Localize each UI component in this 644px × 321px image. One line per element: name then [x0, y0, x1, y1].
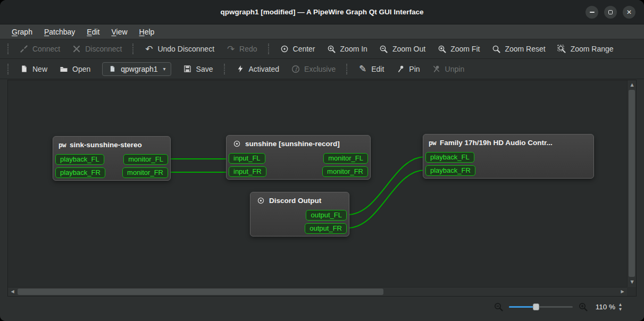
node-title: Family 17h/19h HD Audio Contr...: [440, 139, 553, 147]
pin-button[interactable]: Pin: [390, 62, 425, 76]
new-file-icon: [19, 64, 29, 74]
maximize-button[interactable]: [604, 6, 617, 19]
node-title: Discord Output: [269, 197, 321, 205]
save-label: Save: [196, 65, 213, 73]
spin-down-arrow[interactable]: ▼: [619, 308, 622, 311]
menu-graph[interactable]: Graph: [6, 26, 38, 38]
minimize-icon: [590, 12, 595, 13]
node-title-bar: Discord Output: [250, 192, 349, 208]
node-sunshine-record[interactable]: sunshine [sunshine-record] input_FL moni…: [226, 135, 371, 180]
node-discord-output[interactable]: Discord Output output_FL output_FR: [250, 192, 349, 236]
zoom-out-button[interactable]: Zoom Out: [374, 42, 431, 56]
open-button[interactable]: Open: [54, 62, 96, 76]
port-pill[interactable]: input_FL: [229, 153, 265, 164]
new-button[interactable]: New: [14, 62, 53, 76]
zoom-spinbox[interactable]: 110 % ▲ ▼: [593, 301, 624, 312]
port-pill[interactable]: output_FR: [305, 223, 347, 234]
disconnect-icon: [72, 44, 81, 54]
spinbox-arrows: ▲ ▼: [619, 303, 622, 311]
open-label: Open: [72, 65, 90, 73]
connect-button[interactable]: Connect: [14, 42, 65, 56]
node-sink-sunshine-stereo[interactable]: pw sink-sunshine-stereo playback_FL moni…: [53, 136, 171, 181]
window-controls: ✕: [586, 6, 635, 19]
port-pill[interactable]: monitor_FR: [322, 166, 368, 177]
port-pill[interactable]: playback_FL: [55, 154, 104, 165]
toolbar-drag-handle[interactable]: [7, 64, 9, 74]
exclusive-toggle-button[interactable]: f Exclusive: [286, 62, 341, 76]
horizontal-scrollbar-thumb[interactable]: [18, 289, 383, 295]
zoom-range-icon: [557, 44, 567, 54]
node-title: sunshine [sunshine-record]: [245, 140, 340, 148]
zoom-fit-button[interactable]: Zoom Fit: [432, 42, 485, 56]
port-pill[interactable]: playback_FR: [55, 167, 105, 178]
port-list: output_FL output_FR: [250, 208, 349, 234]
center-button[interactable]: Center: [274, 42, 321, 56]
scroll-up-arrow[interactable]: ▲: [628, 81, 637, 89]
menu-edit[interactable]: Edit: [81, 26, 105, 38]
redo-icon: ↷: [226, 44, 236, 54]
port-pill[interactable]: output_FL: [306, 210, 347, 221]
menu-view[interactable]: View: [106, 26, 132, 38]
menu-patchbay[interactable]: Patchbay: [39, 26, 80, 38]
save-button[interactable]: Save: [178, 62, 219, 76]
node-title-bar: pw Family 17h/19h HD Audio Contr...: [423, 134, 593, 150]
scroll-right-arrow[interactable]: ▶: [618, 288, 627, 296]
close-button[interactable]: ✕: [623, 6, 635, 19]
zoom-reset-label: Zoom Reset: [505, 45, 545, 53]
exclusive-label: Exclusive: [304, 65, 336, 73]
zoom-in-label: Zoom In: [340, 45, 367, 53]
zoom-in-plus-icon: [578, 302, 588, 312]
zoom-range-button[interactable]: Zoom Range: [552, 42, 619, 56]
unpin-button[interactable]: Unpin: [426, 62, 470, 76]
app-window: qpwgraph1 [modified] — A PipeWire Graph …: [0, 0, 644, 321]
graph-canvas[interactable]: pw sink-sunshine-stereo playback_FL moni…: [8, 80, 627, 287]
zoom-slider[interactable]: [509, 303, 573, 311]
edit-button[interactable]: ✎ Edit: [353, 62, 389, 76]
minimize-button[interactable]: [586, 6, 598, 19]
patchbay-preset-combobox[interactable]: qpwgraph1 ▾: [102, 62, 171, 76]
zoom-out-label: Zoom Out: [392, 45, 425, 53]
toolbar-drag-handle[interactable]: [7, 44, 9, 54]
toolbar-separator: [224, 64, 225, 74]
preset-combobox-value: qpwgraph1: [121, 65, 157, 73]
activated-toggle-button[interactable]: Activated: [230, 62, 285, 76]
port-list: input_FL monitor_FL input_FR monitor_FR: [227, 151, 370, 177]
scroll-left-arrow[interactable]: ◀: [8, 288, 17, 296]
titlebar[interactable]: qpwgraph1 [modified] — A PipeWire Graph …: [0, 0, 644, 24]
redo-button[interactable]: ↷ Redo: [221, 42, 262, 56]
undo-disconnect-button[interactable]: ↶ Undo Disconnect: [139, 42, 220, 56]
port-pill[interactable]: monitor_FL: [323, 153, 368, 164]
connect-icon: [19, 44, 29, 54]
lightning-bolt-icon: [236, 64, 245, 74]
zoom-out-icon: [379, 44, 389, 54]
spin-up-arrow[interactable]: ▲: [619, 303, 622, 307]
port-pill[interactable]: input_FR: [229, 166, 266, 177]
open-folder-icon: [59, 64, 69, 74]
node-family-hd-audio[interactable]: pw Family 17h/19h HD Audio Contr... play…: [423, 134, 594, 179]
zoom-value[interactable]: 110 %: [596, 303, 615, 311]
disconnect-button[interactable]: Disconnect: [66, 42, 127, 56]
vertical-scrollbar-thumb[interactable]: [629, 90, 635, 277]
zoom-fit-icon: [437, 44, 447, 54]
port-pill[interactable]: playback_FL: [425, 152, 474, 163]
zoom-slider-handle[interactable]: [533, 303, 539, 310]
node-title: sink-sunshine-stereo: [70, 141, 142, 149]
horizontal-scrollbar[interactable]: ◀ ▶: [8, 287, 627, 296]
zoom-reset-icon: [491, 44, 501, 54]
toolbar-separator: [346, 64, 347, 74]
center-label: Center: [293, 45, 315, 53]
port-pill[interactable]: monitor_FL: [123, 154, 168, 165]
zoom-in-button[interactable]: Zoom In: [322, 42, 373, 56]
port-list: playback_FL playback_FR: [423, 150, 593, 176]
menu-help[interactable]: Help: [134, 26, 160, 38]
node-title-bar: pw sink-sunshine-stereo: [53, 137, 170, 153]
application-icon: [256, 196, 265, 205]
vertical-scrollbar[interactable]: ▲ ▼: [627, 80, 636, 287]
scroll-down-arrow[interactable]: ▼: [628, 278, 637, 286]
port-pill[interactable]: playback_FR: [425, 165, 475, 176]
unpin-icon: [432, 64, 441, 74]
zoom-reset-button[interactable]: Zoom Reset: [486, 42, 550, 56]
zoom-slider-fill: [509, 306, 534, 308]
save-floppy-icon: [183, 64, 193, 74]
port-pill[interactable]: monitor_FR: [122, 167, 168, 178]
